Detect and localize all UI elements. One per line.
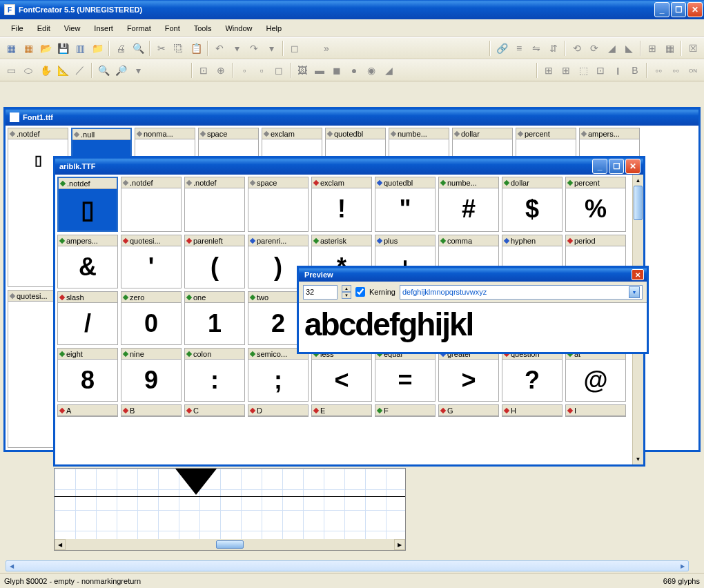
glyph-cell[interactable]: less< — [311, 348, 372, 402]
menu-tools[interactable]: Tools — [187, 21, 219, 35]
nodes-2-icon[interactable]: ◦◦ — [667, 62, 684, 79]
print-icon[interactable]: 🖨 — [113, 40, 129, 57]
shape-icon[interactable]: ◢ — [380, 62, 397, 79]
save-icon[interactable]: 💾 — [55, 40, 71, 57]
image-icon[interactable]: 🖼 — [294, 62, 311, 79]
menu-format[interactable]: Format — [120, 21, 158, 35]
undo-icon[interactable]: ↶ — [211, 40, 228, 57]
hflip-icon[interactable]: ⇋ — [528, 40, 545, 57]
vscroll-thumb[interactable] — [634, 186, 643, 220]
rotate-left-icon[interactable]: ⟲ — [569, 40, 585, 57]
new-font-icon[interactable]: ▦ — [20, 40, 37, 57]
point-a-icon[interactable]: ◦ — [236, 62, 253, 79]
point-b-icon[interactable]: ▫ — [253, 62, 270, 79]
link-icon[interactable]: 🔗 — [493, 40, 510, 57]
doc-maximize-button[interactable]: ☐ — [609, 159, 624, 174]
skew-icon[interactable]: ◢ — [603, 40, 620, 57]
glyph-cell[interactable]: ampers...& — [57, 235, 118, 288]
b-icon[interactable]: B — [627, 62, 643, 79]
overflow-icon[interactable]: » — [318, 40, 335, 57]
minimize-button[interactable]: _ — [654, 2, 669, 17]
glyph-cell[interactable]: nine9 — [121, 348, 182, 402]
glyph-cell[interactable]: colon: — [184, 348, 245, 402]
rotate-right-icon[interactable]: ⟳ — [586, 40, 603, 57]
main-hscroll[interactable]: ◀ ▶ — [6, 560, 689, 571]
print-preview-icon[interactable]: 🔍 — [130, 40, 146, 57]
scroll-left-icon[interactable]: ◀ — [55, 539, 66, 550]
new-icon[interactable]: ▦ — [3, 40, 19, 57]
kerning-checkbox[interactable] — [355, 287, 365, 297]
glyph-cell[interactable]: D — [248, 404, 309, 417]
bounds-icon[interactable]: ⬚ — [575, 62, 591, 79]
grid-align-icon[interactable]: ⊞ — [644, 40, 661, 57]
glyph-cell[interactable]: greater> — [438, 348, 499, 402]
tool-a-icon[interactable]: ◻ — [286, 40, 303, 57]
rect-icon[interactable]: ▬ — [311, 62, 328, 79]
glyph-shape[interactable] — [175, 469, 217, 495]
point-c-icon[interactable]: ◻ — [271, 62, 287, 79]
close-button[interactable]: ✕ — [687, 2, 703, 17]
glyph-cell[interactable]: percent% — [565, 177, 626, 232]
redo-icon[interactable]: ↷ — [246, 40, 262, 57]
glyph-cell[interactable]: dollar$ — [502, 177, 563, 232]
scroll-down-icon[interactable]: ▼ — [633, 453, 643, 464]
glyph-cell[interactable]: equal= — [375, 348, 436, 402]
menu-font[interactable]: Font — [158, 21, 187, 35]
doc-minimize-button[interactable]: _ — [592, 159, 607, 174]
glyph-cell[interactable]: question? — [502, 348, 563, 402]
scroll-right-icon[interactable]: ▶ — [394, 539, 405, 550]
size-spinner[interactable]: ▲▼ — [342, 285, 351, 299]
tool-x-icon[interactable]: ☒ — [685, 40, 701, 57]
glyph-cell[interactable]: I — [565, 404, 626, 417]
square-icon[interactable]: ◼ — [329, 62, 345, 79]
mirror-icon[interactable]: ◣ — [620, 40, 637, 57]
glyph-cell[interactable]: semico...; — [248, 348, 309, 402]
open-icon[interactable]: 📂 — [37, 40, 54, 57]
ring-icon[interactable]: ◉ — [363, 62, 380, 79]
scroll-thumb[interactable] — [216, 540, 244, 549]
preview-close-button[interactable]: ✕ — [632, 269, 644, 280]
lasso-icon[interactable]: ⬭ — [20, 62, 37, 79]
grid-1-icon[interactable]: ⊞ — [540, 62, 557, 79]
maximize-button[interactable]: ☐ — [671, 2, 686, 17]
select-rect-icon[interactable]: ▭ — [3, 62, 19, 79]
redo-drop-icon[interactable]: ▾ — [263, 40, 280, 57]
glyph-cell[interactable]: zero0 — [121, 291, 182, 345]
glyph-cell[interactable]: B — [121, 404, 182, 417]
hand-icon[interactable]: ✋ — [37, 62, 54, 79]
glyph-cell[interactable]: A — [57, 404, 118, 417]
measure-icon[interactable]: 📐 — [55, 62, 71, 79]
zoomout-icon[interactable]: 🔎 — [113, 62, 129, 79]
save-all-icon[interactable]: ▥ — [72, 40, 88, 57]
glyph-cell[interactable]: at@ — [565, 348, 626, 402]
copy-icon[interactable]: ⿻ — [170, 40, 187, 57]
glyph-cell[interactable]: slash/ — [57, 291, 118, 345]
scroll-up-icon[interactable]: ▲ — [633, 175, 643, 186]
align-icon[interactable]: ≡ — [511, 40, 527, 57]
menu-insert[interactable]: Insert — [87, 21, 120, 35]
nodes-1-icon[interactable]: ◦◦ — [650, 62, 667, 79]
on-icon[interactable]: ON — [685, 62, 701, 79]
center-icon[interactable]: ⊕ — [213, 62, 229, 79]
vflip-icon[interactable]: ⇵ — [545, 40, 562, 57]
glyph-cell[interactable]: G — [438, 404, 499, 417]
paste-icon[interactable]: 📋 — [188, 40, 204, 57]
bearings-icon[interactable]: ⫿ — [609, 62, 626, 79]
ellipse-icon[interactable]: ● — [346, 62, 362, 79]
glyph-cell[interactable]: space — [248, 177, 309, 232]
menu-file[interactable]: File — [4, 21, 30, 35]
menu-view[interactable]: View — [57, 21, 88, 35]
hscroll-right-icon[interactable]: ▶ — [677, 563, 688, 569]
menu-help[interactable]: Help — [260, 21, 289, 35]
glyph-cell[interactable]: .notdef▯ — [57, 177, 118, 232]
glyph-cell[interactable]: E — [311, 404, 372, 417]
glyph-cell[interactable]: eight8 — [57, 348, 118, 402]
editor-hscroll[interactable]: ◀ ▶ — [55, 539, 405, 550]
glyph-cell[interactable]: F — [375, 404, 436, 417]
combo-dropdown-icon[interactable]: ▼ — [629, 286, 640, 298]
fit-icon[interactable]: ⊡ — [195, 62, 212, 79]
zoomin-icon[interactable]: 🔍 — [95, 62, 112, 79]
hscroll-left-icon[interactable]: ◀ — [6, 563, 17, 569]
glyph-cell[interactable]: .notdef — [121, 177, 182, 232]
font-size-input[interactable] — [303, 285, 338, 300]
